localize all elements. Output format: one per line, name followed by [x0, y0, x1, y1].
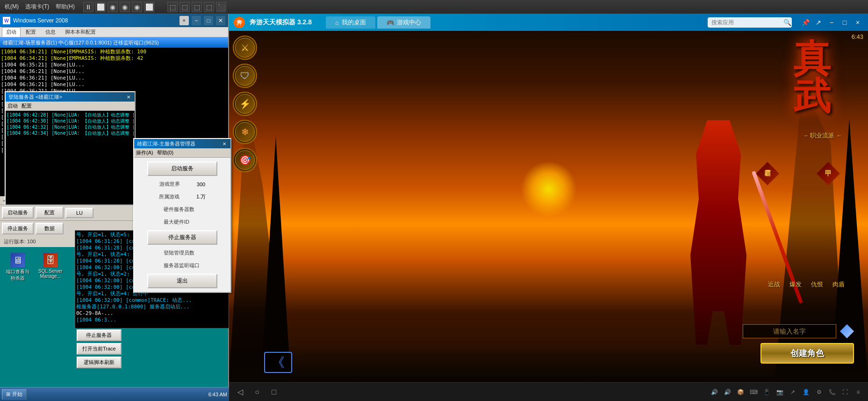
- game-area: ⚔ 🛡 ⚡ ❄ 🎯 真: [229, 31, 868, 382]
- toolbar-btn-10[interactable]: ⬚: [204, 2, 214, 12]
- apk-icon[interactable]: 📦: [735, 387, 746, 397]
- server-tab-script[interactable]: 脚本本和配置: [61, 27, 100, 37]
- data-btn[interactable]: 数据: [36, 223, 64, 234]
- toolbar-btn-9[interactable]: ⬚: [192, 2, 202, 12]
- phone2-icon[interactable]: 📞: [827, 387, 837, 397]
- back-arrow-area: 《: [264, 352, 292, 373]
- nav-home-btn[interactable]: ○: [251, 386, 264, 399]
- emulator-close-btn[interactable]: ×: [852, 17, 863, 28]
- game-icon-4[interactable]: ❄: [233, 120, 257, 144]
- server-tab-info[interactable]: 信息: [41, 27, 60, 37]
- game-icon-2[interactable]: 🛡: [233, 64, 257, 88]
- create-character-btn[interactable]: 创建角色: [760, 343, 854, 364]
- main-server-operations-menu[interactable]: 操作(A): [136, 149, 153, 156]
- expand-icon[interactable]: ⛶: [840, 387, 850, 397]
- user-icon[interactable]: 👤: [801, 387, 811, 397]
- game-center-tab[interactable]: 🎮 游戏中心: [377, 16, 430, 29]
- sql-icon: 🗄: [43, 253, 58, 268]
- window-maximize-btn[interactable]: □: [204, 16, 213, 25]
- taskbar-start-btn[interactable]: ⊞ 开始: [2, 389, 27, 400]
- game-icon: 🎮: [387, 19, 394, 26]
- game-icon-1[interactable]: ⚔: [233, 36, 257, 60]
- toolbar-btn-2[interactable]: ⬜: [95, 2, 106, 12]
- quit-server-manager-btn[interactable]: 退出: [147, 274, 217, 288]
- taskbar-clock: 6:43 AM: [208, 392, 227, 397]
- login-log-2: [1004 06:42:32] [None]LUA: 【自动放人】动态调整 | …: [7, 124, 134, 130]
- emulator-share-btn[interactable]: ↗: [813, 17, 824, 28]
- game-icon-3[interactable]: ⚡: [233, 92, 257, 116]
- bottom-log-10: [1004 06:32:00] [common]TRACE: 动态...: [76, 297, 228, 304]
- login-server-tab-start[interactable]: 启动: [7, 102, 18, 109]
- skill-icon-4: ❄: [241, 126, 249, 138]
- lu-btn[interactable]: LU: [65, 208, 93, 218]
- window-close-btn[interactable]: ✕: [216, 16, 225, 25]
- window-title: Windows Server 2008: [13, 17, 177, 24]
- start-label: 开始: [12, 391, 22, 398]
- hardware-count-label: 硬件服务器数: [164, 206, 201, 213]
- filter-script-btn[interactable]: 逻辑脚本刷新: [77, 357, 122, 368]
- menu-tabs[interactable]: 选项卡(T): [22, 2, 52, 12]
- desktop-icon-sql[interactable]: 🗄 SQL ServerManage...: [36, 251, 65, 281]
- skill-icon-1: ⚔: [241, 42, 249, 53]
- main-server-help-menu[interactable]: 帮助(0): [157, 149, 173, 156]
- menu-help[interactable]: 帮助(H): [53, 2, 78, 12]
- emulator-minimize-btn[interactable]: −: [826, 17, 837, 28]
- desktop-tab[interactable]: ⌂ 我的桌面: [326, 16, 375, 29]
- stop-service-btn[interactable]: 停止服务: [2, 223, 34, 234]
- emulator-icon: 奔: [234, 17, 245, 28]
- login-server-close-btn[interactable]: ✕: [125, 95, 132, 100]
- class-right-diamond: 甲: [817, 162, 840, 185]
- login-server-titlebar: 登陆服务器 <雄霸江湖> ✕: [6, 92, 135, 102]
- server-window-bar-text: 雄霸江湖-场景服务器(1) 中心服(127.0.0.1:8001) 迁移监听端口…: [3, 39, 159, 46]
- open-trace-btn[interactable]: 打开当前Trace: [77, 343, 122, 355]
- stop-server-btn[interactable]: 停止服务器: [77, 329, 122, 341]
- start-service-btn[interactable]: 启动服务: [2, 207, 34, 219]
- log-line: [1004 06:36:21] [None]LU...: [1, 81, 227, 88]
- bottom-bar-right-icons: 🔊 🔊 📦 ⌨ 📱 📷 ↗ 👤 ⚙ 📞 ⛶ ≡: [709, 387, 863, 397]
- emulator-pin-btn[interactable]: 📌: [800, 17, 811, 28]
- game-world-value: 300: [197, 182, 205, 187]
- search-input[interactable]: [708, 17, 792, 28]
- toolbar-btn-3[interactable]: ◉: [108, 2, 118, 12]
- toolbar-btn-1[interactable]: ⏸: [83, 2, 93, 12]
- volume-up-icon[interactable]: 🔊: [722, 387, 732, 397]
- server-tab-start[interactable]: 启动: [2, 27, 21, 37]
- menu-icon[interactable]: ≡: [853, 387, 863, 397]
- desktop-icon-console[interactable]: 🖥 端口查看与秒杀器: [4, 251, 32, 284]
- game-icon-5[interactable]: 🎯: [233, 148, 257, 172]
- window-minimize-btn[interactable]: −: [192, 16, 201, 25]
- toolbar-btn-11[interactable]: ⬛: [216, 2, 226, 12]
- nav-recent-btn[interactable]: □: [267, 386, 280, 399]
- nav-back-btn[interactable]: ◁: [234, 386, 247, 399]
- toolbar-btn-7[interactable]: ⬚: [167, 2, 178, 12]
- settings-icon[interactable]: ⚙: [814, 387, 824, 397]
- toolbar-btn-5[interactable]: ◉: [132, 2, 142, 12]
- character-name-input[interactable]: [743, 324, 836, 338]
- window-icon: W: [3, 17, 10, 24]
- back-btn[interactable]: 《: [264, 352, 292, 373]
- stop-server-manager-btn[interactable]: 停止服务器: [147, 230, 217, 245]
- config-btn[interactable]: 配置: [36, 207, 64, 219]
- photo-icon[interactable]: 📷: [775, 387, 785, 397]
- toolbar-btn-8[interactable]: ⬚: [179, 2, 190, 12]
- share-icon[interactable]: ↗: [788, 387, 798, 397]
- toolbar-btn-4[interactable]: ◉: [120, 2, 130, 12]
- server-tab-config[interactable]: 配置: [22, 27, 40, 37]
- emulator-tabs: ⌂ 我的桌面 🎮 游戏中心: [326, 16, 430, 29]
- bottom-log-12: 0C-29-8A-...: [76, 310, 228, 317]
- login-server-tab-config[interactable]: 配置: [22, 102, 32, 109]
- volume-icon[interactable]: 🔊: [709, 387, 719, 397]
- server-header-tabs: 启动 配置 信息 脚本本和配置: [0, 27, 228, 37]
- keyboard-icon[interactable]: ⌨: [748, 387, 759, 397]
- emulator-maximize-btn[interactable]: □: [839, 17, 850, 28]
- skill-icon-3: ⚡: [239, 98, 251, 109]
- owned-game-label: 所属游戏: [159, 193, 196, 200]
- toolbar-btn-6[interactable]: ⬜: [144, 2, 154, 12]
- phone-icon[interactable]: 📱: [761, 387, 772, 397]
- game-sidebar: ⚔ 🛡 ⚡ ❄ 🎯: [233, 36, 257, 172]
- login-server-log[interactable]: [1004 06:42:28] [None]LUA: 【自动放人】动态调整 | …: [6, 111, 135, 204]
- main-start-service-btn[interactable]: 启动服务: [147, 161, 217, 176]
- main-server-manager-close-btn[interactable]: ✕: [221, 141, 228, 146]
- desktop-tab-label: 我的桌面: [342, 18, 366, 27]
- menu-machine[interactable]: 机(M): [2, 2, 22, 12]
